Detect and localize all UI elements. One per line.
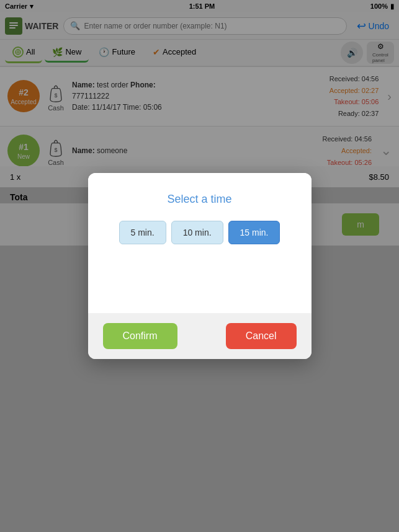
- time-5min-button[interactable]: 5 min.: [119, 221, 166, 244]
- confirm-button[interactable]: Confirm: [103, 323, 177, 349]
- time-select-modal: Select a time 5 min. 10 min. 15 min. Con…: [88, 173, 312, 359]
- time-15min-button[interactable]: 15 min.: [228, 221, 280, 244]
- modal-title: Select a time: [167, 193, 231, 206]
- modal-top: Select a time 5 min. 10 min. 15 min.: [88, 173, 312, 313]
- time-10min-button[interactable]: 10 min.: [171, 221, 223, 244]
- cancel-button[interactable]: Cancel: [226, 323, 297, 349]
- modal-bottom: Confirm Cancel: [88, 313, 312, 359]
- modal-overlay: Select a time 5 min. 10 min. 15 min. Con…: [0, 0, 399, 532]
- time-buttons: 5 min. 10 min. 15 min.: [119, 221, 280, 244]
